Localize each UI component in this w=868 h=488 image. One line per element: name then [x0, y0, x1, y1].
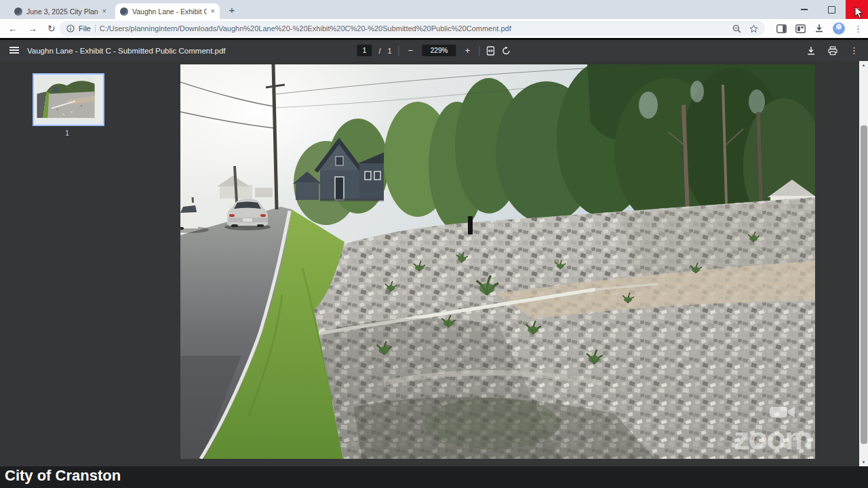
tab-close-icon[interactable]: ×: [211, 7, 215, 15]
page-total: 1: [387, 47, 391, 55]
pdf-viewer-area: 1: [0, 61, 868, 466]
rotate-icon[interactable]: [502, 46, 511, 56]
scroll-up-icon[interactable]: ▲: [859, 61, 868, 69]
zoom-level-value: 229%: [422, 45, 456, 56]
zoom-in-button[interactable]: +: [463, 45, 473, 56]
stream-caption: City of Cranston: [5, 467, 121, 485]
url-scheme-label: File: [79, 24, 91, 33]
forward-icon[interactable]: →: [28, 23, 37, 34]
mouse-cursor: [854, 6, 864, 19]
new-tab-button[interactable]: +: [225, 3, 239, 17]
reload-icon[interactable]: ↻: [47, 23, 56, 34]
tab-close-icon[interactable]: ×: [102, 7, 106, 15]
side-panel-icon[interactable]: [776, 24, 787, 33]
tab-strip: June 3, 2025 City Plan Commis × Vaughn L…: [0, 0, 868, 19]
tab-favicon: [14, 7, 22, 16]
thumbnail-page-number: 1: [30, 129, 104, 137]
downloads-icon[interactable]: [814, 24, 824, 33]
site-photo: [180, 64, 815, 459]
scroll-down-icon[interactable]: ▼: [859, 458, 868, 466]
page-separator: /: [378, 47, 380, 55]
pdf-more-menu-icon[interactable]: ⋮: [850, 45, 859, 56]
page-number-input[interactable]: 1: [357, 45, 372, 56]
bookmark-star-icon[interactable]: [749, 24, 758, 33]
tab-title: June 3, 2025 City Plan Commis: [26, 7, 98, 16]
page-thumbnail[interactable]: [33, 73, 104, 126]
taskbar: Search W X P T ⚙ 8:33 PM 6/3/2025: [0, 466, 868, 488]
pdf-toolbar: Vaughn Lane - Exhibit C - Submitted Publ…: [0, 40, 868, 61]
download-icon[interactable]: [806, 46, 816, 56]
pdf-scrollbar[interactable]: ▲ ▼: [859, 61, 868, 466]
pdf-menu-icon[interactable]: [9, 47, 19, 54]
tab-favicon: [120, 7, 128, 16]
print-icon[interactable]: [828, 46, 837, 56]
fit-page-icon[interactable]: [487, 46, 495, 56]
pdf-document-title: Vaughn Lane - Exhibit C - Submitted Publ…: [27, 40, 226, 61]
tab-city-plan-meeting[interactable]: June 3, 2025 City Plan Commis ×: [9, 3, 111, 19]
page-zoom-icon[interactable]: [732, 24, 741, 33]
profile-avatar[interactable]: [833, 22, 845, 35]
address-bar[interactable]: File C:/Users/planningintern/Downloads/V…: [60, 21, 765, 36]
browser-menu-icon[interactable]: ⋮: [854, 24, 863, 34]
scrollbar-thumb[interactable]: [861, 125, 867, 444]
file-info-icon[interactable]: [66, 24, 75, 33]
thumbnail-image: [35, 76, 96, 118]
back-icon[interactable]: ←: [8, 23, 18, 34]
pdf-page-photo: [180, 64, 815, 459]
minimize-button[interactable]: [790, 0, 818, 19]
maximize-button[interactable]: [818, 0, 846, 19]
tab-title: Vaughn Lane - Exhibit C - Sub: [132, 7, 207, 16]
extension-icon[interactable]: [795, 24, 806, 33]
browser-toolbar: ← → ↻ File C:/Users/planningintern/Downl…: [0, 19, 868, 39]
tab-exhibit-c-pdf[interactable]: Vaughn Lane - Exhibit C - Sub ×: [115, 3, 220, 19]
zoom-out-button[interactable]: −: [406, 45, 416, 56]
url-text: C:/Users/planningintern/Downloads/Vaughn…: [100, 24, 728, 33]
